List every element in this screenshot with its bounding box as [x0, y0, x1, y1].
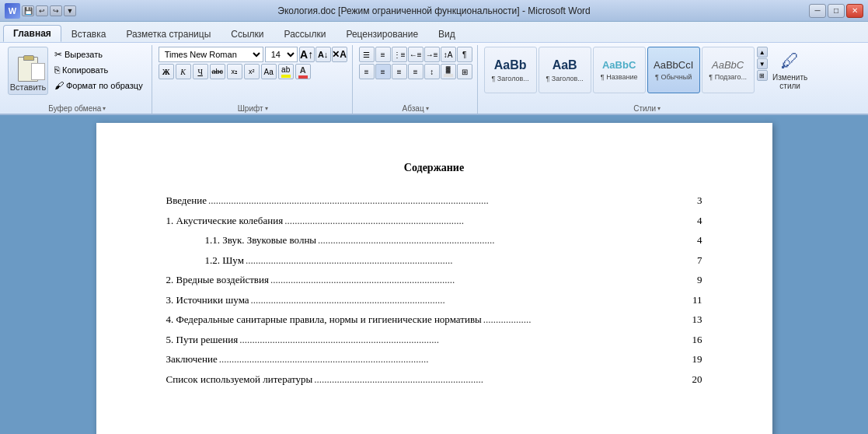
maximize-btn[interactable]: □ — [828, 4, 845, 18]
toc-entry: 5. Пути решения.........................… — [166, 332, 702, 348]
tab-home[interactable]: Главная — [3, 25, 61, 42]
cut-button[interactable]: ✂ Вырезать — [51, 47, 147, 61]
decrease-indent-btn[interactable]: ←≡ — [408, 47, 424, 62]
grow-font-btn[interactable]: A↑ — [299, 47, 315, 62]
line-spacing-btn[interactable]: ↕ — [424, 64, 440, 79]
strikethrough-btn[interactable]: abc — [210, 64, 225, 79]
superscript-btn[interactable]: x² — [244, 64, 260, 79]
justify-btn[interactable]: ≡ — [408, 64, 424, 79]
clip-top — [23, 55, 34, 61]
para-row2: ≡ ≡ ≡ ≡ ↕ ▓ ⊞ — [359, 64, 472, 79]
title-bar-left: W 💾 ↩ ↪ ▼ — [5, 3, 76, 19]
tab-view[interactable]: Вид — [428, 25, 465, 42]
styles-group-content: AaBb ¶ Заголов... AaB ¶ Заголов... AaBbC… — [484, 47, 810, 101]
redo-btn[interactable]: ↪ — [50, 5, 62, 16]
paste-icon — [14, 51, 42, 82]
paste-button[interactable]: Вставить — [8, 47, 48, 95]
bullet-list-btn[interactable]: ☰ — [359, 47, 375, 62]
change-case-btn[interactable]: Аа — [261, 64, 277, 79]
font-row2: Ж К Ч abc x₂ x² — [159, 64, 347, 79]
font-size-select[interactable]: 14 — [265, 47, 298, 62]
paragraph-group-content: ☰ ≡ ⋮≡ ←≡ →≡ ↕A ¶ ≡ ≡ ≡ ≡ ↕ — [359, 47, 472, 101]
close-btn[interactable]: ✕ — [846, 4, 863, 18]
style-heading2[interactable]: AaB ¶ Заголов... — [539, 47, 591, 93]
paragraph-group: ☰ ≡ ⋮≡ ←≡ →≡ ↕A ¶ ≡ ≡ ≡ ≡ ↕ — [354, 45, 478, 114]
clipboard-expand-icon[interactable]: ▾ — [103, 105, 106, 112]
toc-entry: 1.1. Звук. Звуковые волны...............… — [166, 233, 702, 248]
toc-title: Содержание — [166, 162, 702, 174]
paragraph-expand-icon[interactable]: ▾ — [426, 105, 429, 112]
tab-insert[interactable]: Вставка — [61, 25, 117, 42]
toc-entry: Заключение..............................… — [166, 352, 702, 367]
ribbon-content: Вставить ✂ Вырезать ⎘ Копировать 🖌 Форма… — [0, 42, 868, 114]
toc-entry: Введение................................… — [166, 193, 702, 208]
minimize-btn[interactable]: ─ — [809, 4, 826, 18]
clipboard-label: Буфер обмена ▾ — [8, 101, 147, 114]
toc-entry: Список используемой литературы..........… — [166, 372, 702, 387]
style-heading1[interactable]: AaBb ¶ Заголов... — [484, 47, 537, 93]
customize-btn[interactable]: ▼ — [64, 5, 76, 16]
toc-container: Введение................................… — [166, 193, 702, 387]
font-row1: Times New Roman 14 A↑ A↓ ✕A — [159, 47, 347, 62]
font-label: Шрифт ▾ — [159, 101, 347, 114]
styles-items: AaBb ¶ Заголов... AaB ¶ Заголов... AaBbC… — [484, 47, 755, 93]
word-icon: W — [5, 3, 20, 19]
toc-entry: 4. Федеральные санитарные правила, нормы… — [166, 312, 702, 327]
toc-entry: 2. Вредные воздействия..................… — [166, 272, 702, 288]
increase-indent-btn[interactable]: →≡ — [424, 47, 440, 62]
styles-scroll-down-btn[interactable]: ▼ — [757, 58, 768, 69]
change-styles-btn[interactable]: 🖊 Изменить стили — [770, 47, 810, 93]
shading-btn[interactable]: ▓ — [441, 64, 456, 79]
paragraph-label: Абзац ▾ — [359, 101, 472, 114]
undo-btn[interactable]: ↩ — [36, 5, 48, 16]
border-btn[interactable]: ⊞ — [457, 64, 472, 79]
styles-group: AaBb ¶ Заголов... AaB ¶ Заголов... AaBbC… — [479, 45, 815, 114]
bold-btn[interactable]: Ж — [159, 64, 174, 79]
sort-btn[interactable]: ↕A — [441, 47, 456, 62]
styles-scroll-up-btn[interactable]: ▲ — [757, 47, 768, 58]
underline-btn[interactable]: Ч — [193, 64, 208, 79]
multilevel-list-btn[interactable]: ⋮≡ — [392, 47, 407, 62]
styles-label: Стили ▾ — [484, 101, 810, 114]
shrink-font-btn[interactable]: A↓ — [315, 47, 331, 62]
style-normal[interactable]: AaBbCcI ¶ Обычный — [647, 47, 700, 93]
align-left-btn[interactable]: ≡ — [359, 64, 375, 79]
clipboard-group: Вставить ✂ Вырезать ⎘ Копировать 🖌 Форма… — [3, 45, 152, 114]
quick-save-btn[interactable]: 💾 — [22, 5, 34, 16]
font-color-btn[interactable]: A — [295, 64, 311, 79]
clipboard-small-btns: ✂ Вырезать ⎘ Копировать 🖌 Формат по обра… — [51, 47, 147, 93]
title-bar: W 💾 ↩ ↪ ▼ Экология.doc [Режим ограниченн… — [0, 0, 868, 22]
align-center-btn[interactable]: ≡ — [375, 64, 391, 79]
format-painter-button[interactable]: 🖌 Формат по образцу — [51, 78, 147, 93]
window-title: Экология.doc [Режим ограниченной функцио… — [277, 5, 591, 16]
style-heading3[interactable]: AaBbC ¶ Название — [593, 47, 646, 93]
tab-mailings[interactable]: Рассылки — [274, 25, 336, 42]
numbered-list-btn[interactable]: ≡ — [375, 47, 391, 62]
paper-icon — [31, 63, 45, 80]
clear-format-btn[interactable]: ✕A — [332, 47, 347, 62]
style-subtitle[interactable]: AaBbC ¶ Подзаго... — [702, 47, 755, 93]
subscript-btn[interactable]: x₂ — [227, 64, 242, 79]
italic-btn[interactable]: К — [176, 64, 191, 79]
align-right-btn[interactable]: ≡ — [392, 64, 407, 79]
document-page: Содержание Введение.....................… — [96, 123, 772, 434]
tab-references[interactable]: Ссылки — [221, 25, 274, 42]
styles-expand-icon[interactable]: ▾ — [657, 105, 661, 112]
paste-label: Вставить — [10, 82, 47, 92]
tab-layout[interactable]: Разметка страницы — [116, 25, 221, 42]
show-formatting-btn[interactable]: ¶ — [457, 47, 472, 62]
toc-entry: 3. Источники шума.......................… — [166, 292, 702, 308]
tab-bar: Главная Вставка Разметка страницы Ссылки… — [0, 22, 868, 42]
para-row1: ☰ ≡ ⋮≡ ←≡ →≡ ↕A ¶ — [359, 47, 472, 62]
document-area: Содержание Введение.....................… — [0, 115, 868, 434]
font-name-select[interactable]: Times New Roman — [159, 47, 263, 62]
font-expand-icon[interactable]: ▾ — [265, 105, 268, 112]
toc-entry: 1.2. Шум................................… — [166, 253, 702, 268]
font-size-btns: A↑ A↓ ✕A — [299, 47, 347, 62]
para-controls: ☰ ≡ ⋮≡ ←≡ →≡ ↕A ¶ ≡ ≡ ≡ ≡ ↕ — [359, 47, 472, 79]
highlight-btn[interactable]: ab — [278, 64, 294, 79]
tab-review[interactable]: Рецензирование — [336, 25, 428, 42]
font-group-content: Times New Roman 14 A↑ A↓ ✕A Ж — [159, 47, 347, 101]
copy-button[interactable]: ⎘ Копировать — [51, 62, 147, 77]
styles-expand-btn[interactable]: ⊞ — [757, 70, 768, 81]
